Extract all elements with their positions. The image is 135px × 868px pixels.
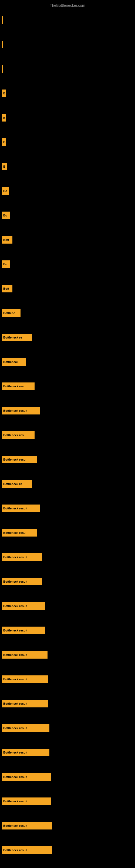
- bar-row-15: Bottleneck res: [2, 382, 35, 390]
- bar-row-21: Bottleneck resu: [2, 529, 37, 536]
- bar-row-0: [2, 16, 3, 24]
- bar-row-23: Bottleneck result: [2, 578, 42, 585]
- bar-5: B: [2, 138, 6, 146]
- bar-label-26: Bottleneck result: [3, 653, 27, 656]
- bar-34: Bottleneck result: [2, 846, 52, 854]
- bar-label-10: Bo: [3, 262, 7, 266]
- bar-10: Bo: [2, 260, 10, 268]
- bar-3: B: [2, 90, 6, 97]
- bar-label-7: Bo: [3, 189, 7, 193]
- bar-26: Bottleneck result: [2, 651, 48, 659]
- bar-row-20: Bottleneck result: [2, 504, 40, 512]
- bar-19: Bottleneck re: [2, 480, 32, 488]
- bar-label-33: Bottleneck result: [3, 824, 27, 827]
- bar-15: Bottleneck res: [2, 382, 35, 390]
- bar-label-25: Bottleneck result: [3, 629, 27, 632]
- bar-row-31: Bottleneck result: [2, 773, 51, 781]
- bar-label-3: B: [3, 92, 5, 95]
- bar-2: [2, 65, 3, 73]
- bar-row-27: Bottleneck result: [2, 675, 48, 683]
- bar-13: Bottleneck re: [2, 334, 32, 341]
- bar-label-29: Bottleneck result: [3, 726, 27, 730]
- bar-row-1: [2, 41, 3, 48]
- bar-row-14: Bottleneck: [2, 358, 26, 366]
- bar-row-26: Bottleneck result: [2, 651, 48, 659]
- bar-label-30: Bottleneck result: [3, 751, 27, 754]
- bar-17: Bottleneck res: [2, 431, 35, 439]
- bar-row-19: Bottleneck re: [2, 480, 32, 488]
- bar-label-9: Bott: [3, 238, 9, 241]
- bar-row-22: Bottleneck result: [2, 553, 42, 561]
- bar-22: Bottleneck result: [2, 553, 42, 561]
- bar-16: Bottleneck result: [2, 407, 40, 414]
- bar-32: Bottleneck result: [2, 798, 51, 805]
- bar-row-3: B: [2, 90, 6, 97]
- site-title: TheBottlenecker.com: [0, 1, 135, 10]
- bar-23: Bottleneck result: [2, 578, 42, 585]
- bar-label-8: Bo: [3, 214, 7, 217]
- bar-28: Bottleneck result: [2, 700, 48, 707]
- bar-row-7: Bo: [2, 187, 9, 195]
- bar-label-12: Bottlene: [3, 311, 15, 315]
- bar-row-28: Bottleneck result: [2, 700, 48, 707]
- bar-label-27: Bottleneck result: [3, 678, 27, 681]
- bar-label-23: Bottleneck result: [3, 580, 27, 583]
- bar-label-16: Bottleneck result: [3, 409, 27, 412]
- bar-14: Bottleneck: [2, 358, 26, 366]
- bar-label-15: Bottleneck res: [3, 384, 24, 388]
- bar-row-5: B: [2, 138, 6, 146]
- bar-21: Bottleneck resu: [2, 529, 37, 536]
- bar-label-34: Bottleneck result: [3, 848, 27, 852]
- bar-label-21: Bottleneck resu: [3, 531, 26, 534]
- bar-11: Bott: [2, 285, 12, 292]
- bar-label-17: Bottleneck res: [3, 433, 24, 437]
- bar-4: B: [2, 114, 6, 122]
- bar-row-2: [2, 65, 3, 73]
- bar-label-14: Bottleneck: [3, 360, 18, 364]
- bar-label-18: Bottleneck resu: [3, 458, 26, 461]
- bar-label-24: Bottleneck result: [3, 604, 27, 608]
- bar-9: Bott: [2, 236, 12, 244]
- bar-label-11: Bott: [3, 287, 9, 290]
- bar-25: Bottleneck result: [2, 627, 45, 634]
- bar-label-31: Bottleneck result: [3, 775, 27, 778]
- bar-row-34: Bottleneck result: [2, 846, 52, 854]
- bar-8: Bo: [2, 212, 10, 219]
- bar-label-4: B: [3, 116, 5, 119]
- bar-row-9: Bott: [2, 236, 12, 244]
- bar-33: Bottleneck result: [2, 822, 52, 830]
- bar-label-32: Bottleneck result: [3, 800, 27, 803]
- bar-label-20: Bottleneck result: [3, 507, 27, 510]
- bar-row-30: Bottleneck result: [2, 749, 49, 756]
- bar-row-4: B: [2, 114, 6, 122]
- bar-31: Bottleneck result: [2, 773, 51, 781]
- bar-row-17: Bottleneck res: [2, 431, 35, 439]
- bar-1: [2, 41, 3, 48]
- bar-30: Bottleneck result: [2, 749, 49, 756]
- bar-6: B: [2, 163, 7, 170]
- bar-label-28: Bottleneck result: [3, 702, 27, 705]
- bar-row-10: Bo: [2, 260, 10, 268]
- bar-row-33: Bottleneck result: [2, 822, 52, 830]
- bar-29: Bottleneck result: [2, 724, 49, 732]
- bar-27: Bottleneck result: [2, 675, 48, 683]
- bar-row-8: Bo: [2, 212, 10, 219]
- bar-row-24: Bottleneck result: [2, 602, 45, 610]
- bar-row-18: Bottleneck resu: [2, 456, 37, 463]
- bar-label-22: Bottleneck result: [3, 556, 27, 559]
- bar-row-12: Bottlene: [2, 309, 20, 317]
- bar-row-16: Bottleneck result: [2, 407, 40, 414]
- bar-row-13: Bottleneck re: [2, 334, 32, 341]
- bar-0: [2, 16, 3, 24]
- bar-row-11: Bott: [2, 285, 12, 292]
- bar-row-29: Bottleneck result: [2, 724, 49, 732]
- bar-7: Bo: [2, 187, 9, 195]
- bar-24: Bottleneck result: [2, 602, 45, 610]
- bar-label-19: Bottleneck re: [3, 482, 22, 486]
- bar-label-5: B: [3, 141, 5, 144]
- bar-row-32: Bottleneck result: [2, 798, 51, 805]
- bar-18: Bottleneck resu: [2, 456, 37, 463]
- bar-20: Bottleneck result: [2, 504, 40, 512]
- bar-row-25: Bottleneck result: [2, 627, 45, 634]
- bar-label-13: Bottleneck re: [3, 336, 22, 339]
